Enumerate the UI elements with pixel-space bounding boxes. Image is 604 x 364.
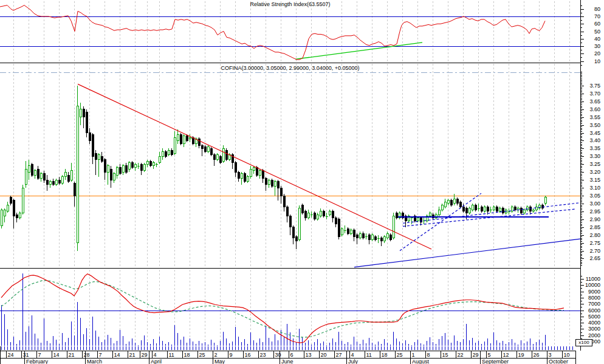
date-axis[interactable] bbox=[0, 346, 604, 364]
svg-text:11000: 11000 bbox=[586, 276, 600, 282]
svg-text:3.15: 3.15 bbox=[589, 177, 600, 183]
svg-text:2000: 2000 bbox=[588, 332, 600, 338]
svg-text:3.45: 3.45 bbox=[589, 130, 600, 136]
svg-text:3.20: 3.20 bbox=[589, 169, 600, 175]
svg-text:9000: 9000 bbox=[588, 289, 600, 295]
svg-text:5000: 5000 bbox=[588, 314, 600, 320]
svg-text:3.55: 3.55 bbox=[589, 114, 600, 120]
svg-text:3.60: 3.60 bbox=[589, 106, 600, 112]
svg-text:40: 40 bbox=[594, 36, 600, 42]
svg-text:4000: 4000 bbox=[588, 320, 600, 326]
svg-text:2.75: 2.75 bbox=[589, 240, 600, 246]
svg-text:3.30: 3.30 bbox=[589, 153, 600, 159]
rsi-panel[interactable] bbox=[0, 0, 580, 63]
chart-window: 80706050403020103.753.703.653.603.553.50… bbox=[0, 0, 604, 364]
svg-text:3.75: 3.75 bbox=[589, 83, 600, 89]
svg-text:2.85: 2.85 bbox=[589, 224, 600, 230]
svg-text:3.50: 3.50 bbox=[589, 122, 600, 128]
svg-text:2.90: 2.90 bbox=[589, 216, 600, 222]
svg-text:3.05: 3.05 bbox=[589, 193, 600, 199]
svg-text:8000: 8000 bbox=[588, 295, 600, 301]
svg-text:2.80: 2.80 bbox=[589, 232, 600, 238]
svg-text:3.00: 3.00 bbox=[589, 201, 600, 207]
svg-text:3.70: 3.70 bbox=[589, 91, 600, 97]
svg-text:3.65: 3.65 bbox=[589, 98, 600, 105]
svg-text:3.10: 3.10 bbox=[589, 185, 600, 191]
svg-text:7000: 7000 bbox=[588, 301, 600, 307]
svg-text:3.40: 3.40 bbox=[589, 137, 600, 143]
svg-text:60: 60 bbox=[594, 21, 600, 27]
svg-text:2.65: 2.65 bbox=[589, 255, 600, 261]
volume-unit-label: x100 bbox=[575, 339, 592, 346]
svg-text:20: 20 bbox=[594, 50, 600, 57]
svg-text:2.95: 2.95 bbox=[589, 208, 600, 215]
volume-panel[interactable] bbox=[0, 269, 580, 346]
svg-text:2.70: 2.70 bbox=[589, 248, 600, 254]
svg-text:10: 10 bbox=[594, 58, 600, 64]
svg-text:3000: 3000 bbox=[588, 326, 600, 332]
svg-text:3.35: 3.35 bbox=[589, 145, 600, 151]
svg-text:50: 50 bbox=[594, 29, 600, 35]
svg-text:10000: 10000 bbox=[585, 282, 600, 288]
price-panel[interactable] bbox=[0, 63, 580, 269]
svg-text:70: 70 bbox=[594, 13, 600, 19]
svg-text:6000: 6000 bbox=[588, 307, 600, 314]
svg-text:30: 30 bbox=[594, 43, 600, 49]
svg-text:3.25: 3.25 bbox=[589, 161, 600, 167]
svg-text:80: 80 bbox=[594, 6, 600, 12]
